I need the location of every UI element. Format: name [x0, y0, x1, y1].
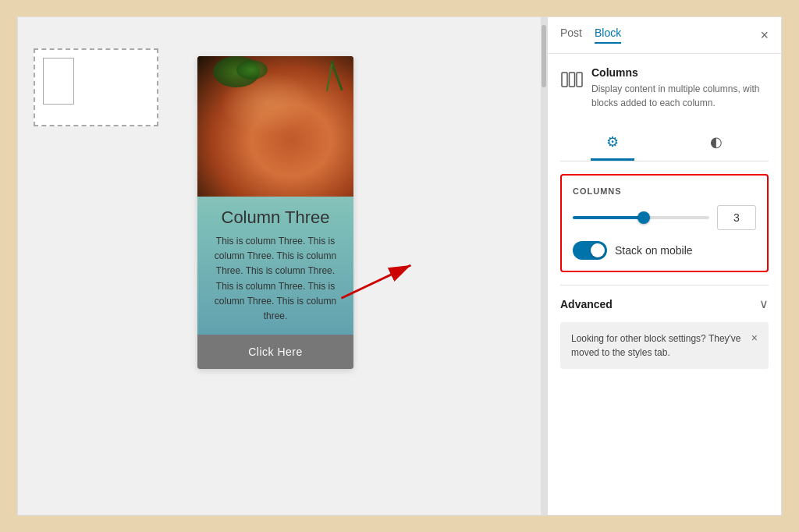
slider-thumb[interactable]: [637, 211, 650, 224]
info-box-close-button[interactable]: ×: [751, 332, 758, 344]
svg-rect-4: [577, 73, 582, 87]
stack-on-mobile-label: Stack on mobile: [615, 244, 693, 257]
chevron-down-icon: ∨: [759, 296, 769, 311]
columns-icon: [560, 68, 584, 91]
advanced-label: Advanced: [560, 298, 613, 310]
column-card-button[interactable]: Click Here: [197, 335, 353, 369]
herb-decoration-4: [236, 60, 268, 80]
scroll-thumb[interactable]: [542, 25, 546, 87]
slider-row: 3: [573, 205, 756, 230]
columns-section-label: COLUMNS: [573, 186, 756, 196]
panel-tabs: Post Block: [560, 27, 621, 44]
slider-track: [573, 216, 709, 219]
svg-rect-2: [562, 73, 567, 87]
placeholder-inner: [43, 58, 74, 105]
editor-area: Column Three This is column Three. This …: [18, 17, 541, 515]
icon-tabs: ⚙ ◐: [560, 126, 769, 161]
block-description: Display content in multiple columns, wit…: [591, 82, 769, 110]
info-box-text: Looking for other block settings? They'v…: [571, 332, 745, 360]
styles-icon-tab[interactable]: ◐: [694, 126, 738, 161]
slider-fill: [573, 216, 644, 219]
placeholder-block: [34, 48, 158, 126]
column-card: Column Three This is column Three. This …: [197, 56, 353, 369]
stack-on-mobile-toggle[interactable]: [573, 241, 607, 260]
column-card-title: Column Three: [197, 197, 353, 234]
columns-section: COLUMNS 3 Stack on m: [560, 174, 769, 272]
panel-header: Post Block ×: [548, 17, 781, 54]
panel-content: Columns Display content in multiple colu…: [548, 54, 781, 515]
advanced-section[interactable]: Advanced ∨: [560, 285, 769, 322]
toggle-knob: [591, 243, 605, 257]
right-panel: Post Block × Columns Display content in: [547, 17, 781, 515]
scrollbar[interactable]: [541, 17, 547, 515]
block-title: Columns: [591, 66, 769, 79]
panel-close-button[interactable]: ×: [760, 28, 769, 42]
columns-input[interactable]: 3: [717, 205, 756, 230]
toggle-row: Stack on mobile: [573, 241, 756, 260]
svg-rect-3: [570, 73, 575, 87]
main-container: Column Three This is column Three. This …: [17, 16, 782, 516]
info-box: Looking for other block settings? They'v…: [560, 322, 769, 369]
column-card-text: This is column Three. This is column Thr…: [197, 234, 353, 335]
settings-icon-tab[interactable]: ⚙: [591, 126, 634, 161]
block-info-text: Columns Display content in multiple colu…: [591, 66, 769, 110]
block-info: Columns Display content in multiple colu…: [560, 66, 769, 110]
tab-block[interactable]: Block: [595, 27, 621, 44]
column-card-image: [197, 56, 353, 197]
tab-post[interactable]: Post: [560, 27, 582, 44]
columns-slider[interactable]: [573, 210, 709, 225]
